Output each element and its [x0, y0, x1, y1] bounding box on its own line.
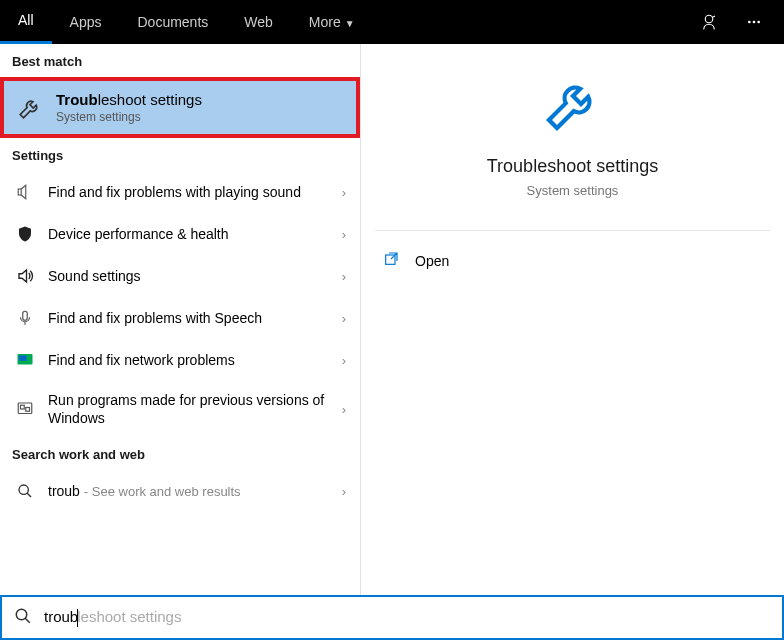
tab-web[interactable]: Web — [226, 0, 291, 44]
svg-point-3 — [757, 21, 760, 24]
svg-point-11 — [19, 485, 28, 494]
list-item-label: Device performance & health — [48, 225, 342, 243]
preview-subtitle: System settings — [361, 183, 784, 198]
settings-item-speech[interactable]: Find and fix problems with Speech › — [0, 297, 360, 339]
preview-title: Troubleshoot settings — [361, 156, 784, 177]
section-settings: Settings — [0, 138, 360, 171]
svg-rect-10 — [26, 408, 30, 412]
chevron-right-icon: › — [342, 484, 346, 499]
svg-point-13 — [16, 609, 27, 620]
best-match-text: Troubleshoot settings System settings — [56, 91, 202, 124]
svg-rect-7 — [19, 356, 27, 361]
search-bar[interactable]: troubleshoot settings — [0, 595, 784, 640]
chevron-right-icon: › — [342, 269, 346, 284]
svg-point-2 — [753, 21, 756, 24]
settings-item-network[interactable]: Find and fix network problems › — [0, 339, 360, 381]
settings-item-playing-sound[interactable]: Find and fix problems with playing sound… — [0, 171, 360, 213]
chevron-right-icon: › — [342, 353, 346, 368]
wrench-icon — [537, 68, 609, 140]
main-content: Best match Troubleshoot settings System … — [0, 44, 784, 595]
search-icon — [14, 480, 36, 502]
compatibility-icon — [14, 398, 36, 420]
more-options-icon[interactable] — [732, 0, 776, 44]
list-item-label: Find and fix network problems — [48, 351, 342, 369]
speaker-fix-icon — [14, 181, 36, 203]
wrench-icon — [16, 94, 44, 122]
open-label: Open — [415, 253, 449, 269]
svg-point-0 — [705, 15, 713, 23]
open-icon — [383, 251, 401, 271]
tab-documents[interactable]: Documents — [119, 0, 226, 44]
results-panel: Best match Troubleshoot settings System … — [0, 44, 360, 595]
tab-apps[interactable]: Apps — [52, 0, 120, 44]
svg-rect-4 — [18, 189, 21, 195]
list-item-label: troub - See work and web results — [48, 482, 342, 501]
tab-all[interactable]: All — [0, 0, 52, 44]
svg-rect-5 — [23, 311, 28, 320]
web-result-item[interactable]: troub - See work and web results › — [0, 470, 360, 512]
chevron-right-icon: › — [342, 311, 346, 326]
chevron-right-icon: › — [342, 227, 346, 242]
search-input[interactable]: troubleshoot settings — [44, 608, 770, 627]
chevron-right-icon: › — [342, 185, 346, 200]
top-right-group — [686, 0, 784, 44]
shield-icon — [14, 223, 36, 245]
list-item-label: Sound settings — [48, 267, 342, 285]
preview-panel: Troubleshoot settings System settings Op… — [360, 44, 784, 595]
feedback-icon[interactable] — [686, 0, 732, 44]
best-match-result[interactable]: Troubleshoot settings System settings — [0, 77, 360, 138]
settings-item-device-health[interactable]: Device performance & health › — [0, 213, 360, 255]
search-icon — [14, 607, 32, 629]
list-item-label: Find and fix problems with Speech — [48, 309, 342, 327]
settings-item-compatibility[interactable]: Run programs made for previous versions … — [0, 381, 360, 437]
svg-point-1 — [748, 21, 751, 24]
svg-rect-9 — [21, 405, 25, 409]
list-item-label: Run programs made for previous versions … — [48, 391, 342, 427]
open-action[interactable]: Open — [361, 241, 784, 281]
list-item-label: Find and fix problems with playing sound — [48, 183, 342, 201]
chevron-right-icon: › — [342, 402, 346, 417]
divider — [375, 230, 770, 231]
top-tab-bar: All Apps Documents Web More▼ — [0, 0, 784, 44]
speaker-icon — [14, 265, 36, 287]
network-icon — [14, 349, 36, 371]
chevron-down-icon: ▼ — [345, 18, 355, 29]
microphone-icon — [14, 307, 36, 329]
tab-more[interactable]: More▼ — [291, 0, 373, 44]
section-best-match: Best match — [0, 44, 360, 77]
section-search-web: Search work and web — [0, 437, 360, 470]
tabs-group: All Apps Documents Web More▼ — [0, 0, 373, 44]
settings-item-sound[interactable]: Sound settings › — [0, 255, 360, 297]
